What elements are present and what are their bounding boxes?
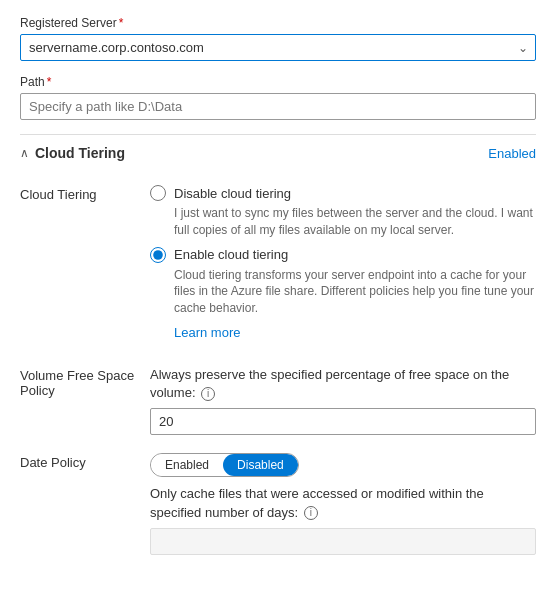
enable-cloud-tiering-description: Cloud tiering transforms your server end… [174,267,536,317]
date-policy-enabled-button[interactable]: Enabled [151,454,223,476]
path-input[interactable] [20,93,536,120]
volume-free-space-label: Volume Free Space Policy [20,366,150,435]
section-header-left: ∧ Cloud Tiering [20,145,125,161]
cloud-tiering-label: Cloud Tiering [20,185,150,348]
volume-free-space-info-icon[interactable]: i [201,387,215,401]
volume-free-space-row: Volume Free Space Policy Always preserve… [20,366,536,435]
section-status: Enabled [488,146,536,161]
date-policy-info-icon[interactable]: i [304,506,318,520]
cloud-tiering-section-header: ∧ Cloud Tiering Enabled [20,134,536,171]
enable-cloud-tiering-radio-label[interactable]: Enable cloud tiering [174,247,288,262]
path-field: Path* [20,75,536,120]
date-policy-description: Only cache files that were accessed or m… [150,485,536,521]
cloud-tiering-content: Disable cloud tiering I just want to syn… [150,185,536,348]
date-policy-label: Date Policy [20,453,150,554]
enable-radio-row: Enable cloud tiering [150,247,536,263]
cloud-tiering-setting-row: Cloud Tiering Disable cloud tiering I ju… [20,185,536,348]
date-policy-row: Date Policy Enabled Disabled Only cache … [20,453,536,554]
collapse-icon[interactable]: ∧ [20,146,29,160]
enable-cloud-tiering-option: Enable cloud tiering Cloud tiering trans… [150,247,536,340]
date-policy-disabled-button[interactable]: Disabled [223,454,298,476]
disable-radio-row: Disable cloud tiering [150,185,536,201]
registered-server-dropdown[interactable]: servername.corp.contoso.com [20,34,536,61]
registered-server-dropdown-wrapper: servername.corp.contoso.com ⌄ [20,34,536,61]
date-policy-content: Enabled Disabled Only cache files that w… [150,453,536,554]
section-title: Cloud Tiering [35,145,125,161]
date-policy-toggle-group: Enabled Disabled [150,453,299,477]
volume-free-space-content: Always preserve the specified percentage… [150,366,536,435]
registered-server-field: Registered Server* servername.corp.conto… [20,16,536,61]
volume-free-space-description: Always preserve the specified percentage… [150,366,536,402]
learn-more-link[interactable]: Learn more [174,325,240,340]
disable-cloud-tiering-option: Disable cloud tiering I just want to syn… [150,185,536,239]
disable-cloud-tiering-radio[interactable] [150,185,166,201]
disable-cloud-tiering-description: I just want to sync my files between the… [174,205,536,239]
date-policy-input [150,528,536,555]
registered-server-label: Registered Server* [20,16,536,30]
path-label: Path* [20,75,536,89]
disable-cloud-tiering-radio-label[interactable]: Disable cloud tiering [174,186,291,201]
volume-free-space-input[interactable] [150,408,536,435]
enable-cloud-tiering-radio[interactable] [150,247,166,263]
